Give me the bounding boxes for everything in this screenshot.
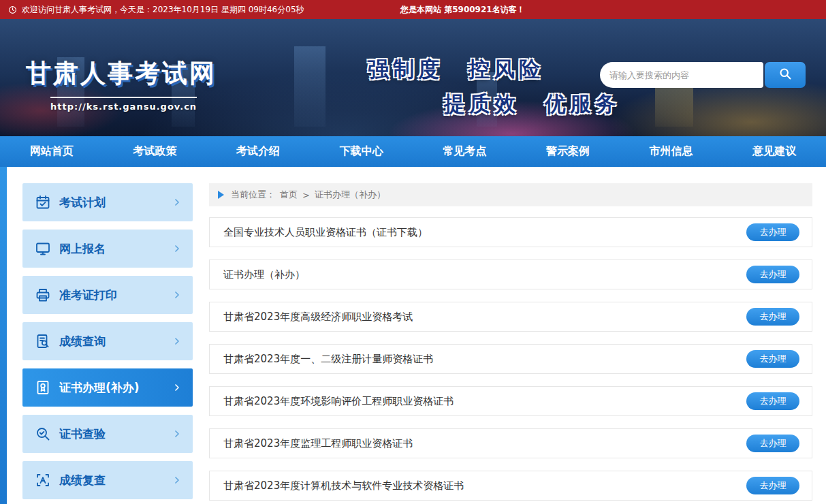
search-icon bbox=[778, 67, 793, 83]
topbar: 欢迎访问甘肃人事考试网，今天是：2023年10月19日 星期四 09时46分05… bbox=[0, 0, 826, 19]
breadcrumb-current: 证书办理（补办） bbox=[315, 189, 385, 201]
banner: 甘肃人事考试网 http://ks.rst.gansu.gov.cn 强制度 控… bbox=[0, 19, 826, 136]
sidebar-item-1[interactable]: 网上报名 bbox=[22, 230, 193, 268]
nav-item-7[interactable]: 意见建议 bbox=[722, 136, 826, 167]
site-url: http://ks.rst.gansu.gov.cn bbox=[50, 97, 197, 112]
search-input[interactable] bbox=[600, 62, 763, 88]
list-item: 甘肃省2023年度高级经济师职业资格考试去办理 bbox=[209, 302, 812, 332]
visitor-count: 您是本网站 第5900921名访客！ bbox=[400, 0, 525, 19]
list-item: 甘肃省2023年度环境影响评价工程师职业资格证书去办理 bbox=[209, 386, 812, 416]
calendar-check-icon bbox=[35, 194, 51, 210]
list-item: 证书办理（补办）去办理 bbox=[209, 259, 812, 289]
site-brand: 甘肃人事考试网 http://ks.rst.gansu.gov.cn bbox=[26, 57, 217, 112]
sidebar-item-label: 考试计划 bbox=[59, 195, 172, 210]
document-search-icon bbox=[35, 333, 51, 349]
breadcrumb: 当前位置： 首页 > 证书办理（补办） bbox=[209, 183, 812, 206]
list-item: 甘肃省2023年度计算机技术与软件专业技术资格证书去办理 bbox=[209, 471, 812, 501]
main-panel: 当前位置： 首页 > 证书办理（补办） 全国专业技术人员职业资格证书（证书下载）… bbox=[209, 183, 812, 501]
sidebar-item-0[interactable]: 考试计划 bbox=[22, 183, 193, 221]
breadcrumb-prefix: 当前位置： bbox=[231, 189, 275, 201]
sidebar-item-label: 证书办理(补办) bbox=[59, 380, 172, 396]
chevron-right-icon bbox=[172, 383, 182, 392]
result-list: 全国专业技术人员职业资格证书（证书下载）去办理证书办理（补办）去办理甘肃省202… bbox=[209, 217, 812, 501]
nav-item-1[interactable]: 考试政策 bbox=[104, 136, 207, 167]
monitor-icon bbox=[35, 240, 51, 257]
sidebar-item-2[interactable]: 准考证打印 bbox=[22, 276, 193, 314]
sidebar-item-3[interactable]: 成绩查询 bbox=[22, 322, 193, 360]
breadcrumb-arrow-icon bbox=[218, 191, 224, 199]
slogan-line-1: 强制度 控风险 bbox=[368, 55, 620, 84]
certificate-icon bbox=[35, 379, 51, 396]
main-nav: 网站首页考试政策考试介绍下载中心常见考点警示案例市州信息意见建议 bbox=[0, 136, 826, 167]
nav-item-0[interactable]: 网站首页 bbox=[0, 136, 104, 167]
sidebar-item-label: 准考证打印 bbox=[59, 287, 172, 303]
recheck-icon bbox=[35, 472, 51, 488]
sidebar: 考试计划网上报名准考证打印成绩查询证书办理(补办)证书查验成绩复查 bbox=[22, 183, 193, 499]
item-title: 甘肃省2023年度环境影响评价工程师职业资格证书 bbox=[223, 395, 746, 408]
sidebar-item-6[interactable]: 成绩复查 bbox=[22, 461, 193, 499]
list-item: 全国专业技术人员职业资格证书（证书下载）去办理 bbox=[209, 217, 812, 247]
go-handle-button[interactable]: 去办理 bbox=[746, 435, 799, 452]
site-title: 甘肃人事考试网 bbox=[26, 57, 217, 91]
sidebar-item-5[interactable]: 证书查验 bbox=[22, 415, 193, 453]
nav-item-5[interactable]: 警示案例 bbox=[516, 136, 620, 167]
banner-slogan: 强制度 控风险 提质效 优服务 bbox=[368, 55, 620, 119]
nav-item-3[interactable]: 下载中心 bbox=[310, 136, 413, 167]
item-title: 证书办理（补办） bbox=[223, 268, 746, 281]
chevron-right-icon bbox=[172, 336, 182, 346]
go-handle-button[interactable]: 去办理 bbox=[746, 392, 799, 410]
list-item: 甘肃省2023年度一、二级注册计量师资格证书去办理 bbox=[209, 344, 812, 374]
nav-item-4[interactable]: 常见考点 bbox=[413, 136, 517, 167]
search-bar bbox=[600, 62, 806, 88]
page: 欢迎访问甘肃人事考试网，今天是：2023年10月19日 星期四 09时46分05… bbox=[0, 0, 826, 504]
clock-icon bbox=[8, 5, 17, 14]
go-handle-button[interactable]: 去办理 bbox=[746, 477, 799, 494]
chevron-right-icon bbox=[172, 429, 182, 439]
search-button[interactable] bbox=[765, 62, 806, 88]
left-accent-strip bbox=[0, 167, 7, 504]
breadcrumb-separator: > bbox=[302, 190, 310, 200]
sidebar-item-label: 成绩复查 bbox=[59, 473, 172, 488]
chevron-right-icon bbox=[172, 290, 182, 300]
go-handle-button[interactable]: 去办理 bbox=[746, 308, 799, 326]
sidebar-item-4[interactable]: 证书办理(补办) bbox=[22, 368, 193, 407]
verify-search-icon bbox=[35, 426, 51, 442]
go-handle-button[interactable]: 去办理 bbox=[746, 266, 799, 283]
item-title: 甘肃省2023年度计算机技术与软件专业技术资格证书 bbox=[223, 479, 746, 492]
printer-icon bbox=[35, 287, 51, 303]
breadcrumb-home-link[interactable]: 首页 bbox=[280, 189, 298, 201]
item-title: 甘肃省2023年度高级经济师职业资格考试 bbox=[223, 311, 746, 324]
chevron-right-icon bbox=[172, 198, 182, 207]
go-handle-button[interactable]: 去办理 bbox=[746, 350, 799, 368]
sidebar-item-label: 网上报名 bbox=[59, 241, 172, 257]
welcome-text: 欢迎访问甘肃人事考试网，今天是：2023年10月19日 星期四 09时46分05… bbox=[22, 4, 304, 16]
nav-item-6[interactable]: 市州信息 bbox=[620, 136, 723, 167]
list-item: 甘肃省2023年度监理工程师职业资格证书去办理 bbox=[209, 428, 812, 458]
item-title: 甘肃省2023年度一、二级注册计量师资格证书 bbox=[223, 353, 746, 366]
chevron-right-icon bbox=[172, 244, 182, 253]
slogan-line-2: 提质效 优服务 bbox=[444, 90, 620, 119]
item-title: 全国专业技术人员职业资格证书（证书下载） bbox=[223, 226, 746, 239]
go-handle-button[interactable]: 去办理 bbox=[746, 223, 799, 241]
sidebar-item-label: 成绩查询 bbox=[59, 334, 172, 349]
chevron-right-icon bbox=[172, 475, 182, 485]
content: 考试计划网上报名准考证打印成绩查询证书办理(补办)证书查验成绩复查 当前位置： … bbox=[0, 167, 826, 504]
nav-item-2[interactable]: 考试介绍 bbox=[206, 136, 310, 167]
item-title: 甘肃省2023年度监理工程师职业资格证书 bbox=[223, 437, 746, 450]
sidebar-item-label: 证书查验 bbox=[59, 426, 172, 442]
